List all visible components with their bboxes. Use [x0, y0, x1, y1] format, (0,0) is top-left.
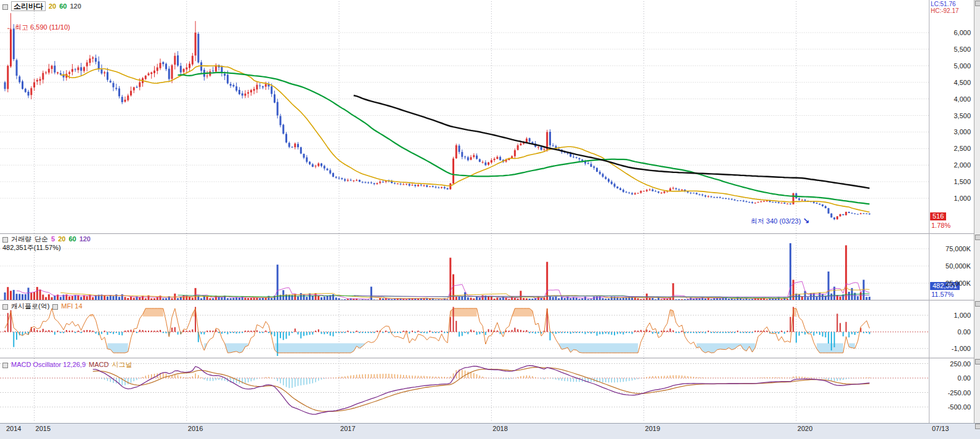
year-label: 2014 — [6, 425, 21, 432]
cashflow-axis-tick: 1,000 — [953, 312, 971, 319]
panel-handle-icon[interactable] — [2, 304, 8, 310]
year-label: 2017 — [340, 425, 355, 432]
macd-panel-legend: MACD Oscillator 12,26,9MACD시그널 — [2, 360, 135, 369]
time-axis[interactable] — [0, 423, 980, 439]
mfi-handle-icon[interactable] — [52, 304, 58, 310]
price-axis-tick: 3,000 — [953, 128, 971, 135]
time-axis-end-label: 07/13 — [932, 425, 949, 432]
current-price-change: 1.78% — [931, 222, 950, 229]
panel-splitter-button[interactable] — [975, 301, 980, 307]
vol-ma20-label: 20 — [58, 235, 65, 243]
stock-chart-window: 소리바다2060120 ← 최고 6,590 (11/10) 최저 340 (0… — [0, 0, 980, 439]
ma20-label: 20 — [49, 2, 56, 10]
vol-ma60-label: 60 — [68, 235, 76, 243]
price-axis-tick: 1,000 — [953, 195, 971, 202]
price-axis-tick: 5,500 — [953, 46, 971, 53]
price-axis-tick: 3,500 — [953, 112, 971, 119]
macd-line-label: MACD — [89, 361, 108, 368]
macd-axis-tick: -250.00 — [948, 389, 971, 397]
cashflow-panel-legend: 캐시플로(억)MFI 14 — [2, 302, 86, 311]
macd-signal-label: 시그널 — [112, 361, 132, 368]
macd-axis-tick: 250.00 — [950, 360, 971, 368]
volume-panel-legend: 거래량단순52060120 — [2, 235, 94, 244]
price-axis-tick: 4,500 — [953, 79, 971, 86]
price-axis-tick: 2,000 — [953, 161, 971, 169]
volume-ma-type: 단순 — [35, 235, 48, 243]
panel-splitter-button[interactable] — [975, 359, 980, 364]
price-axis-tick: 6,000 — [953, 29, 971, 36]
low-arrow-icon: ↘ — [802, 216, 809, 225]
panel-splitter-button[interactable] — [975, 424, 980, 429]
panel-handle-icon[interactable] — [2, 237, 8, 243]
price-panel-legend: 소리바다2060120 — [2, 1, 84, 12]
panel-splitter-button[interactable] — [975, 1, 980, 6]
low-annotation: 최저 340 (03/23) ↘ — [751, 216, 809, 226]
volume-axis-tick: 25,000K — [945, 280, 971, 287]
year-label: 2015 — [36, 425, 51, 432]
hc-label: HC:-92.17 — [931, 7, 959, 14]
cashflow-axis-tick: -1,000 — [952, 345, 971, 352]
price-axis-tick: 2,500 — [953, 145, 971, 152]
year-label: 2020 — [798, 425, 812, 432]
volume-axis-tick: 75,000K — [945, 245, 971, 252]
chart-canvas[interactable] — [0, 0, 980, 439]
year-label: 2019 — [645, 425, 660, 432]
macd-axis-tick: -500.00 — [948, 403, 971, 411]
current-price-badge: 516 — [930, 212, 946, 220]
vol-ma5-label: 5 — [51, 235, 55, 243]
vol-ma120-label: 120 — [80, 235, 91, 243]
price-axis-tick: 4,000 — [953, 95, 971, 103]
low-annotation-text: 최저 340 (03/23) — [751, 217, 801, 225]
panel-handle-icon[interactable] — [2, 363, 8, 368]
symbol-name: 소리바다 — [11, 1, 46, 11]
high-annotation-text: 최고 6,590 (11/10) — [15, 23, 70, 31]
ma60-label: 60 — [59, 2, 67, 10]
year-label: 2016 — [188, 425, 203, 432]
high-arrow-icon: ← — [6, 23, 13, 31]
high-annotation: ← 최고 6,590 (11/10) — [6, 23, 70, 32]
volume-badge-pct: 11.57% — [931, 291, 954, 298]
volume-current-label: 482,351주(11.57%) — [2, 243, 61, 252]
volume-title: 거래량 — [11, 235, 31, 243]
volume-axis-tick: 50,000K — [945, 262, 971, 270]
price-axis-tick: 1,500 — [953, 178, 971, 185]
macd-osc-label: MACD Oscillator 12,26,9 — [11, 361, 86, 368]
macd-axis-tick: 0.00 — [958, 374, 971, 382]
mfi-label: MFI 14 — [61, 302, 82, 310]
cashflow-axis-tick: 0.00 — [958, 328, 971, 336]
lc-label: LC:51.76 — [931, 1, 956, 7]
year-label: 2018 — [492, 425, 507, 432]
cashflow-title: 캐시플로(억) — [11, 302, 49, 310]
panel-handle-icon[interactable] — [2, 4, 8, 10]
price-axis-tick: 5,000 — [953, 62, 971, 70]
ma120-label: 120 — [70, 2, 81, 10]
panel-splitter-button[interactable] — [975, 235, 980, 240]
